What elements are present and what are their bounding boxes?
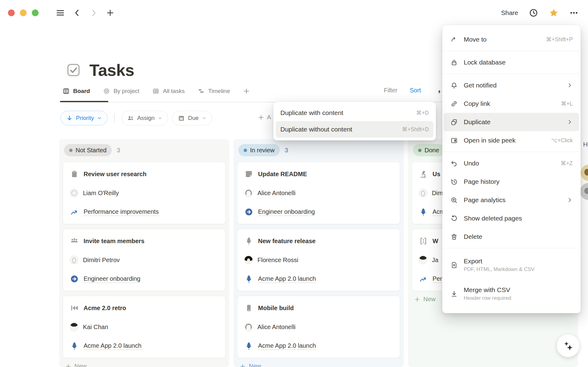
board-card[interactable]: New feature releaseFlorence RossiAcme Ap… [237, 229, 400, 291]
favorite-star-icon[interactable] [549, 8, 559, 18]
menu-item-undo[interactable]: Undo⌘+Z [444, 154, 579, 172]
rocket-icon [244, 274, 253, 284]
card-person-row: Liam O'Reilly [70, 189, 219, 197]
tab-timeline[interactable]: Timeline [197, 87, 230, 95]
sort-button[interactable]: Sort [410, 87, 421, 94]
chart-icon [419, 274, 428, 284]
board-card[interactable]: Invite team membersDimitri PetrovEnginee… [63, 229, 226, 291]
menu-item-move-to[interactable]: Move to⌘+Shift+P [444, 30, 579, 49]
menu-section: ExportPDF, HTML, Markdown & CSVMerge wit… [442, 248, 581, 310]
tab-by-project[interactable]: By project [103, 87, 139, 95]
menu-item-page-analytics[interactable]: Page analytics [444, 191, 579, 209]
sidebar-menu-icon[interactable] [56, 8, 65, 17]
linked-page: Acme App 2.0 launch [258, 342, 316, 350]
menu-item-merge-with-csv[interactable]: Merge with CSVHeader row required [444, 279, 579, 308]
page-checkbox-icon[interactable] [66, 62, 81, 78]
card-title: Update README [258, 171, 307, 178]
menu-item-delete[interactable]: Delete [444, 228, 579, 246]
minimize-window-button[interactable] [20, 9, 27, 16]
table-icon [152, 87, 159, 95]
phone-icon [244, 303, 253, 313]
menu-item-get-notified[interactable]: Get notified [444, 76, 579, 95]
menu-item-right: ⌘+L [561, 100, 573, 107]
card-person-row: Kai Chan [70, 323, 219, 331]
menu-item-duplicate[interactable]: Duplicate [444, 113, 579, 131]
traffic-lights [8, 9, 39, 16]
board-card[interactable]: Acme 2.0 retroKai ChanAcme App 2.0 launc… [63, 296, 226, 358]
avatar [419, 256, 427, 264]
page-title[interactable]: Tasks [89, 61, 134, 80]
card-link-row[interactable]: Acme App 2.0 launch [70, 341, 219, 350]
avatar [70, 256, 78, 264]
submenu-item-duplicate-without-content[interactable]: Duplicate without content⌘+Shift+D [276, 121, 433, 138]
close-window-button[interactable] [8, 9, 15, 16]
submenu-item-label: Duplicate without content [280, 126, 352, 133]
share-button[interactable]: Share [501, 9, 518, 17]
board-column-in-review: In review3Update READMEAlice AntonelliEn… [234, 139, 404, 367]
card-title-row: Update README [244, 169, 393, 179]
card-link-row[interactable]: Engineer onboarding [70, 274, 219, 284]
new-card-label: New [249, 363, 261, 367]
card-title: Us [433, 171, 440, 178]
menu-item-text: Copy link [464, 100, 490, 107]
menu-item-open-in-side-peek[interactable]: Open in side peek⌥+Click [444, 131, 579, 150]
new-tab-icon[interactable] [106, 9, 114, 17]
card-title-row: Review user research [70, 169, 219, 179]
back-icon[interactable] [73, 9, 81, 17]
menu-item-lock-database[interactable]: Lock database [444, 53, 579, 72]
avatar [70, 189, 78, 197]
column-status-pill[interactable]: In review [238, 144, 280, 156]
forward-icon[interactable] [89, 9, 98, 17]
page-icon [244, 169, 253, 179]
filter-button[interactable]: Filter [384, 87, 397, 94]
menu-item-subtitle: PDF, HTML, Markdown & CSV [464, 266, 534, 272]
chevron-down-icon [157, 115, 163, 121]
menu-item-show-deleted-pages[interactable]: Show deleted pages [444, 209, 579, 228]
column-name: Not Started [76, 147, 107, 154]
board-card[interactable]: Update READMEAlice AntonelliEngineer onb… [237, 162, 400, 224]
card-link-row[interactable]: Performance improvements [70, 207, 219, 217]
toolbar-partial-icon[interactable] [437, 88, 442, 95]
column-status-pill[interactable]: Not Started [64, 144, 112, 156]
ai-sparkle-button[interactable] [556, 334, 580, 357]
card-link-row[interactable]: Acme App 2.0 launch [244, 274, 393, 284]
tab-label: By project [114, 88, 139, 95]
add-view-button[interactable] [243, 87, 250, 95]
chip-due[interactable]: Due [172, 111, 212, 125]
new-card-button[interactable]: New [65, 363, 226, 367]
board-card[interactable]: Review user researchLiam O'ReillyPerform… [63, 162, 226, 224]
menu-item-page-history[interactable]: Page history [444, 172, 579, 191]
more-options-icon[interactable] [569, 8, 579, 18]
card-link-row[interactable]: Engineer onboarding [244, 207, 393, 217]
plus-icon [65, 363, 71, 367]
submenu-item-duplicate-with-content[interactable]: Duplicate with content⌘+D [276, 105, 433, 121]
rocket-icon [244, 341, 253, 350]
chevron-right-icon [567, 197, 573, 203]
add-filter-button[interactable]: A [258, 114, 271, 121]
menu-item-copy-link[interactable]: Copy link⌘+L [444, 95, 579, 113]
avatar [244, 323, 253, 331]
board-card[interactable]: Mobile buildAlice AntonelliAcme App 2.0 … [237, 296, 400, 358]
window-topbar: Share [0, 4, 588, 22]
menu-item-subtitle: Header row required [464, 295, 511, 301]
menu-item-export[interactable]: ExportPDF, HTML, Markdown & CSV [444, 250, 579, 279]
rocket-icon [419, 207, 428, 217]
tab-board[interactable]: Board [62, 87, 90, 95]
avatar [244, 256, 253, 264]
chip-assign[interactable]: Assign [122, 111, 168, 125]
updates-clock-icon[interactable] [529, 8, 538, 18]
tab-all-tasks[interactable]: All tasks [152, 87, 185, 95]
chevron-down-icon [97, 115, 102, 121]
chip-priority[interactable]: Priority [61, 111, 107, 125]
person-name: Florence Rossi [257, 257, 298, 264]
new-card-button[interactable]: New [240, 363, 400, 367]
card-link-row[interactable]: Acme App 2.0 launch [244, 341, 393, 350]
menu-item-right: ⌥+Click [551, 137, 573, 144]
menu-item-text: Duplicate [464, 118, 491, 126]
column-name: Done [425, 147, 439, 154]
people-group-icon [70, 236, 79, 246]
menu-item-label: Open in side peek [464, 137, 515, 144]
card-title: W [433, 238, 438, 245]
zoom-window-button[interactable] [32, 9, 39, 16]
column-status-pill[interactable]: Done [413, 144, 444, 156]
